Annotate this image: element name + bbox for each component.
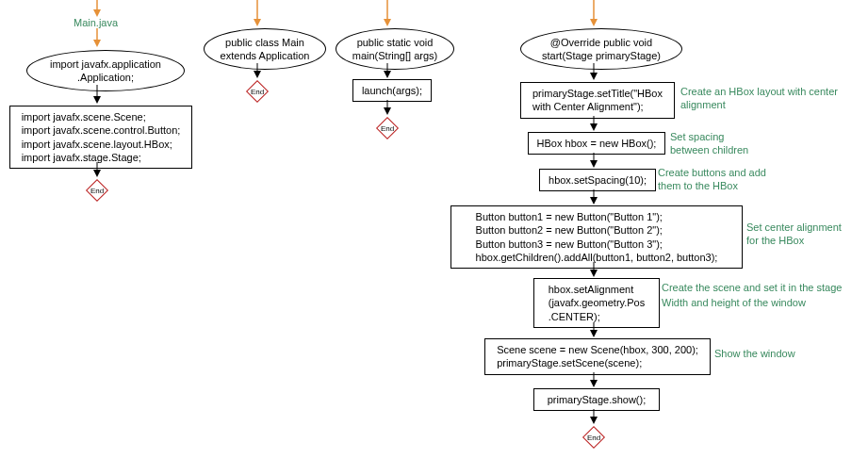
arrow-icon <box>588 0 599 28</box>
svg-marker-13 <box>254 71 261 78</box>
ellipse-text: import javafx.application .Application; <box>50 57 161 85</box>
arrow-icon <box>382 0 393 28</box>
svg-marker-7 <box>93 170 101 177</box>
box-text: Scene scene = new Scene(hbox, 300, 200);… <box>497 343 698 370</box>
ellipse-text: @Override public void start(Stage primar… <box>542 36 661 63</box>
svg-marker-31 <box>590 160 598 168</box>
ellipse-import-app: import javafx.application .Application; <box>26 50 185 91</box>
box-scene: Scene scene = new Scene(hbox, 300, 200);… <box>484 338 711 375</box>
svg-text:End: End <box>587 434 600 442</box>
svg-marker-21 <box>384 107 391 115</box>
svg-marker-39 <box>590 380 598 387</box>
box-text: primaryStage.setTitle("HBox with Center … <box>532 87 663 114</box>
comment: Width and height of the window <box>662 296 806 309</box>
box-hbox-new: HBox hbox = new HBox(); <box>528 132 665 155</box>
comment: Set spacing between children <box>670 130 748 157</box>
box-text: hbox.setAlignment (javafx.geometry.Pos .… <box>549 283 646 323</box>
svg-marker-5 <box>93 96 101 104</box>
ellipse-class: public class Main extends Application <box>204 28 326 70</box>
svg-marker-29 <box>590 123 598 131</box>
arrow-icon <box>91 28 103 49</box>
file-label: Main.java <box>74 17 118 28</box>
arrow-icon <box>588 262 599 279</box>
end-diamond: End <box>84 177 110 204</box>
svg-marker-35 <box>590 270 598 277</box>
comment: Create buttons and add them to the HBox <box>658 166 766 193</box>
arrow-icon <box>588 189 599 206</box>
comment: Create the scene and set it in the stage <box>662 281 842 294</box>
svg-text:End: End <box>90 187 104 195</box>
box-align: hbox.setAlignment (javafx.geometry.Pos .… <box>533 278 660 328</box>
svg-text:End: End <box>381 124 394 133</box>
end-diamond: End <box>374 115 401 141</box>
box-show: primaryStage.show(); <box>533 388 660 411</box>
svg-marker-27 <box>590 73 598 80</box>
svg-marker-33 <box>590 197 598 205</box>
box-text: import javafx.scene.Scene; import javafx… <box>22 110 181 164</box>
box-launch: launch(args); <box>352 79 432 102</box>
svg-marker-41 <box>590 417 598 424</box>
end-diamond: End <box>244 78 270 105</box>
box-text: hbox.setSpacing(10); <box>549 173 647 187</box>
box-buttons: Button button1 = new Button("Button 1");… <box>450 205 743 269</box>
comment: Create an HBox layout with center alignm… <box>680 85 868 112</box>
svg-text:End: End <box>251 88 264 96</box>
ellipse-text: public class Main extends Application <box>221 36 310 63</box>
arrow-icon <box>91 85 103 106</box>
svg-marker-19 <box>384 71 391 78</box>
svg-marker-3 <box>93 40 101 47</box>
svg-marker-17 <box>384 19 391 26</box>
box-text: launch(args); <box>362 84 422 97</box>
arrow-icon <box>588 153 599 170</box>
ellipse-text: public static void main(String[] args) <box>352 36 437 63</box>
svg-marker-25 <box>590 19 598 26</box>
arrow-icon <box>252 0 263 28</box>
svg-marker-1 <box>93 9 101 17</box>
box-settitle: primaryStage.setTitle("HBox with Center … <box>520 82 675 119</box>
box-text: primaryStage.show(); <box>548 393 647 406</box>
ellipse-main: public static void main(String[] args) <box>336 28 454 70</box>
end-diamond: End <box>581 424 607 450</box>
arrow-icon <box>91 0 103 17</box>
box-text: HBox hbox = new HBox(); <box>537 137 657 150</box>
arrow-icon <box>588 372 599 389</box>
ellipse-start: @Override public void start(Stage primar… <box>520 28 682 70</box>
svg-marker-37 <box>590 330 598 337</box>
box-spacing: hbox.setSpacing(10); <box>539 169 656 191</box>
arrow-icon <box>588 63 599 82</box>
arrow-icon <box>588 322 599 339</box>
arrow-icon <box>588 116 599 133</box>
comment: Show the window <box>714 347 795 360</box>
box-imports: import javafx.scene.Scene; import javafx… <box>9 106 192 169</box>
comment: Set center alignment for the HBox <box>746 221 842 248</box>
arrow-icon <box>382 63 393 80</box>
svg-marker-11 <box>254 19 261 26</box>
box-text: Button button1 = new Button("Button 1");… <box>476 210 718 264</box>
